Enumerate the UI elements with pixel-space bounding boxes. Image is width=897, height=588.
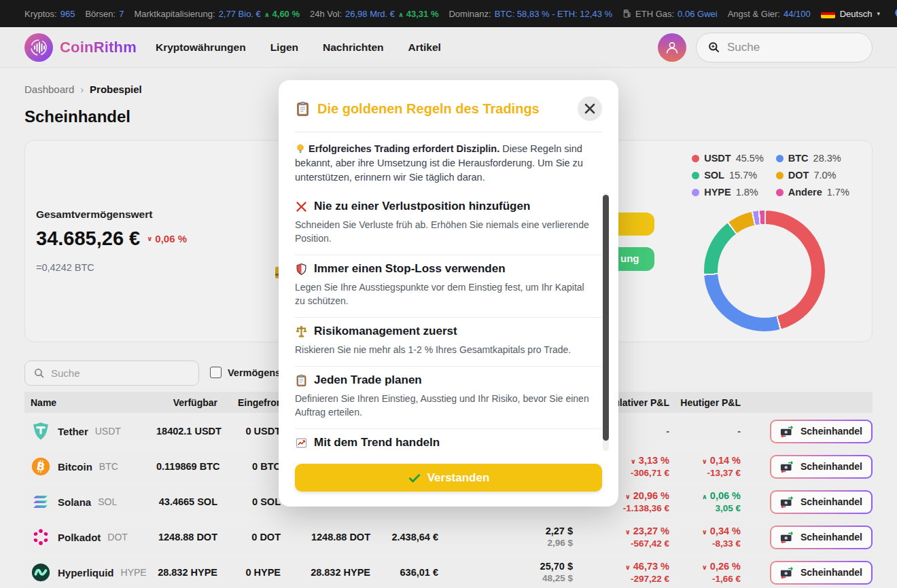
today-pnl: ∨ 0,14 %-13,37 € <box>669 455 741 479</box>
asset-tether[interactable]: TetherUSDT <box>24 421 156 441</box>
language-label: Deutsch <box>840 9 873 19</box>
clipboard-icon <box>295 101 311 117</box>
hide-zero-balance-checkbox[interactable] <box>210 367 222 378</box>
scheinhandel-button[interactable]: Scheinhandel <box>770 561 873 585</box>
legend-item: HYPE1.8% <box>692 187 764 198</box>
hyperliquid-logo-icon <box>31 562 51 583</box>
check-icon <box>408 471 421 485</box>
portfolio-label: Gesamtvermögenswert <box>36 208 152 221</box>
nav-artikel[interactable]: Artikel <box>408 41 441 54</box>
breadcrumb: Dashboard › Probespiel <box>24 84 142 95</box>
allocation-donut-chart <box>704 210 825 331</box>
nav-nachrichten[interactable]: Nachrichten <box>323 41 384 54</box>
shield-icon <box>295 263 308 276</box>
mock-trade-icon <box>780 496 795 508</box>
asset-bitcoin[interactable]: B BitcoinBTC <box>24 456 156 477</box>
mock-trade-icon <box>780 567 795 578</box>
page-title: Scheinhandel <box>24 107 130 126</box>
scrollbar-thumb[interactable] <box>603 195 609 441</box>
today-pnl: - <box>669 426 741 437</box>
available-amount: 1248.88 DOT <box>156 532 217 543</box>
legend-item: Andere1.7% <box>776 187 849 198</box>
main-nav: Kryptowährungen Ligen Nachrichten Artike… <box>156 41 441 54</box>
cumulative-pnl: ∨ 46,73 %-297,22 € <box>573 561 669 585</box>
legend-item: USDT45.5% <box>692 153 764 164</box>
rules-list: Nie zu einer Verlustposition hinzufügen … <box>295 193 602 459</box>
stat-marktkapitalisierung: Marktkapitalisierung:2,77 Bio. €∧ 4,60 % <box>134 9 300 19</box>
scheinhandel-button[interactable]: Scheinhandel <box>770 526 873 549</box>
mock-trade-icon <box>780 532 795 543</box>
close-button[interactable] <box>578 96 602 121</box>
legend-item: BTC28.3% <box>776 153 849 164</box>
breadcrumb-dashboard[interactable]: Dashboard <box>24 84 74 95</box>
portfolio-btc-equivalent: =0,4242 BTC <box>36 262 94 273</box>
change-up: ∧ 4,60 % <box>264 9 300 19</box>
portfolio-change: ∨0,06 % <box>147 233 187 244</box>
language-selector[interactable]: Deutsch ▾ <box>821 9 880 19</box>
trading-rules-modal: Die goldenen Regeln des Tradings Erfolgr… <box>279 80 618 507</box>
rule-item: Mit dem Trend handeln <box>295 429 602 459</box>
allocation-legend: USDT45.5% BTC28.3% SOL15.7% DOT7.0% HYPE… <box>686 153 856 198</box>
table-row[interactable]: HyperliquidHYPE 28.832 HYPE 0 HYPE 28.83… <box>24 555 873 588</box>
search-input[interactable] <box>727 41 849 54</box>
asset-polkadot[interactable]: PolkadotDOT <box>24 527 156 547</box>
available-amount: 43.4665 SOL <box>156 496 217 507</box>
tether-logo-icon <box>31 421 51 441</box>
frozen-amount: 0 USDT <box>217 426 281 437</box>
breadcrumb-current: Probespiel <box>90 84 142 95</box>
scheinhandel-button[interactable]: Scheinhandel <box>770 490 873 514</box>
chevron-down-icon: ▾ <box>877 10 880 17</box>
value-eur: 2.438,64 € <box>370 532 438 543</box>
german-flag-icon <box>821 9 835 18</box>
total-amount: 28.832 HYPE <box>281 567 370 578</box>
breadcrumb-separator: › <box>80 84 84 95</box>
scheinhandel-button[interactable]: Scheinhandel <box>770 455 873 479</box>
col-header-today-pnl: Heutiger P&L <box>669 397 741 408</box>
legend-item: SOL15.7% <box>692 170 764 181</box>
legend-dot <box>692 155 699 162</box>
modal-scrollbar <box>603 193 609 451</box>
verstanden-button[interactable]: Verstanden <box>295 464 602 492</box>
polkadot-logo-icon <box>31 527 51 547</box>
nav-kryptowaehrungen[interactable]: Kryptowährungen <box>156 41 246 54</box>
nav-ligen[interactable]: Ligen <box>270 41 298 54</box>
price-cell: 25,70 $48,25 $ <box>438 561 573 584</box>
rule-item: Immer einen Stop-Loss verwenden Legen Si… <box>295 255 602 318</box>
topbar: Kryptos:965 Börsen:7 Marktkapitalisierun… <box>0 0 897 27</box>
avatar[interactable] <box>658 33 686 62</box>
close-icon <box>584 103 595 114</box>
stat-eth-gas: ETH Gas:0.06 Gwei <box>622 9 718 19</box>
rule-item: Risikomanagement zuerst Riskieren Sie ni… <box>295 318 602 367</box>
available-amount: 18402.1 USDT <box>156 426 217 437</box>
frozen-amount: 0 HYPE <box>217 567 281 578</box>
asset-hyperliquid[interactable]: HyperliquidHYPE <box>24 562 156 583</box>
scheinhandel-button[interactable]: Scheinhandel <box>770 420 873 443</box>
brand-name: CoinRithm <box>60 39 137 56</box>
clipboard-icon <box>295 374 308 387</box>
legend-dot <box>692 189 699 196</box>
table-search <box>24 361 199 386</box>
fuel-icon <box>622 9 632 18</box>
mock-trade-icon <box>780 426 795 437</box>
legend-item: DOT7.0% <box>776 170 849 181</box>
today-pnl: ∨ 0,34 %-8,33 € <box>669 526 741 549</box>
scales-icon <box>295 325 308 338</box>
app-header: CoinRithm Kryptowährungen Ligen Nachrich… <box>0 27 897 68</box>
asset-solana[interactable]: SolanaSOL <box>24 492 156 512</box>
modal-title: Die goldenen Regeln des Tradings <box>317 101 540 117</box>
available-amount: 0.119869 BTC <box>156 461 217 472</box>
today-pnl: ∧ 0,06 %3,05 € <box>669 490 741 514</box>
stat-boersen: Börsen:7 <box>85 9 124 19</box>
table-search-input[interactable] <box>51 367 180 379</box>
brand-logo[interactable]: CoinRithm <box>24 33 137 62</box>
cumulative-pnl: ∨ 23,27 %-567,42 € <box>573 526 669 549</box>
legend-dot <box>776 155 784 162</box>
legend-dot <box>692 172 699 179</box>
legend-dot <box>776 189 784 196</box>
search-icon <box>33 367 45 379</box>
table-row[interactable]: PolkadotDOT 1248.88 DOT 0 DOT 1248.88 DO… <box>24 520 873 554</box>
chevron-down-icon: ∨ <box>147 235 152 242</box>
solana-logo-icon <box>31 492 51 512</box>
value-eur: 636,01 € <box>370 567 438 578</box>
col-header-frozen: Eingefrorener Betrag <box>217 397 281 408</box>
